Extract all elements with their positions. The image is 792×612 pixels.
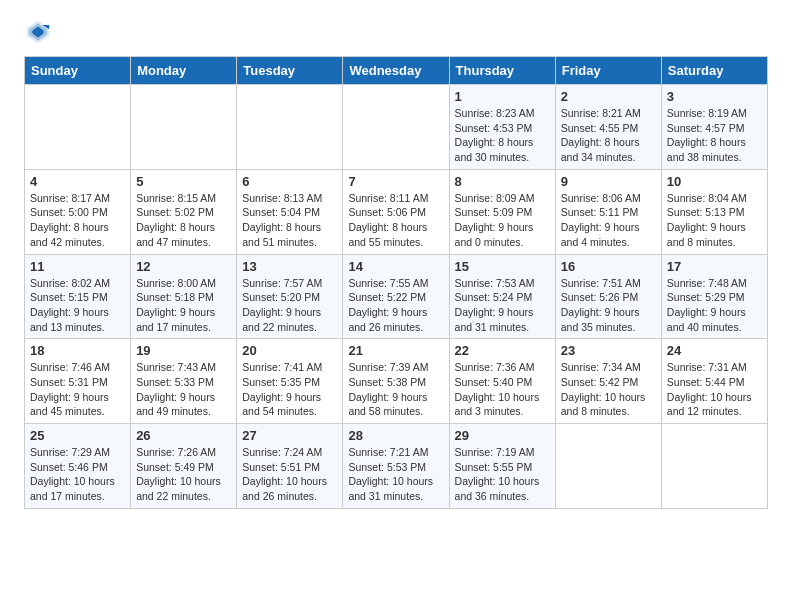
day-number: 13 bbox=[242, 259, 337, 274]
day-info: Sunrise: 7:48 AM Sunset: 5:29 PM Dayligh… bbox=[667, 276, 762, 335]
calendar-cell: 3Sunrise: 8:19 AM Sunset: 4:57 PM Daylig… bbox=[661, 85, 767, 170]
calendar-cell: 23Sunrise: 7:34 AM Sunset: 5:42 PM Dayli… bbox=[555, 339, 661, 424]
calendar-cell: 9Sunrise: 8:06 AM Sunset: 5:11 PM Daylig… bbox=[555, 169, 661, 254]
day-info: Sunrise: 7:43 AM Sunset: 5:33 PM Dayligh… bbox=[136, 360, 231, 419]
day-number: 10 bbox=[667, 174, 762, 189]
calendar-week-2: 4Sunrise: 8:17 AM Sunset: 5:00 PM Daylig… bbox=[25, 169, 768, 254]
day-info: Sunrise: 8:19 AM Sunset: 4:57 PM Dayligh… bbox=[667, 106, 762, 165]
day-number: 7 bbox=[348, 174, 443, 189]
day-info: Sunrise: 8:06 AM Sunset: 5:11 PM Dayligh… bbox=[561, 191, 656, 250]
calendar-cell bbox=[25, 85, 131, 170]
calendar-cell: 14Sunrise: 7:55 AM Sunset: 5:22 PM Dayli… bbox=[343, 254, 449, 339]
day-number: 23 bbox=[561, 343, 656, 358]
day-number: 25 bbox=[30, 428, 125, 443]
day-info: Sunrise: 7:53 AM Sunset: 5:24 PM Dayligh… bbox=[455, 276, 550, 335]
calendar-cell: 10Sunrise: 8:04 AM Sunset: 5:13 PM Dayli… bbox=[661, 169, 767, 254]
day-number: 17 bbox=[667, 259, 762, 274]
calendar-cell: 29Sunrise: 7:19 AM Sunset: 5:55 PM Dayli… bbox=[449, 424, 555, 509]
day-info: Sunrise: 7:34 AM Sunset: 5:42 PM Dayligh… bbox=[561, 360, 656, 419]
calendar-cell: 11Sunrise: 8:02 AM Sunset: 5:15 PM Dayli… bbox=[25, 254, 131, 339]
weekday-friday: Friday bbox=[555, 57, 661, 85]
day-number: 16 bbox=[561, 259, 656, 274]
calendar-cell: 28Sunrise: 7:21 AM Sunset: 5:53 PM Dayli… bbox=[343, 424, 449, 509]
day-number: 29 bbox=[455, 428, 550, 443]
calendar-cell: 20Sunrise: 7:41 AM Sunset: 5:35 PM Dayli… bbox=[237, 339, 343, 424]
calendar-cell: 26Sunrise: 7:26 AM Sunset: 5:49 PM Dayli… bbox=[131, 424, 237, 509]
calendar-week-5: 25Sunrise: 7:29 AM Sunset: 5:46 PM Dayli… bbox=[25, 424, 768, 509]
day-number: 28 bbox=[348, 428, 443, 443]
weekday-saturday: Saturday bbox=[661, 57, 767, 85]
day-number: 11 bbox=[30, 259, 125, 274]
day-number: 27 bbox=[242, 428, 337, 443]
day-info: Sunrise: 7:51 AM Sunset: 5:26 PM Dayligh… bbox=[561, 276, 656, 335]
calendar-cell: 16Sunrise: 7:51 AM Sunset: 5:26 PM Dayli… bbox=[555, 254, 661, 339]
calendar-cell: 17Sunrise: 7:48 AM Sunset: 5:29 PM Dayli… bbox=[661, 254, 767, 339]
day-number: 1 bbox=[455, 89, 550, 104]
day-number: 9 bbox=[561, 174, 656, 189]
calendar-cell: 22Sunrise: 7:36 AM Sunset: 5:40 PM Dayli… bbox=[449, 339, 555, 424]
day-number: 3 bbox=[667, 89, 762, 104]
calendar-cell: 12Sunrise: 8:00 AM Sunset: 5:18 PM Dayli… bbox=[131, 254, 237, 339]
day-info: Sunrise: 7:26 AM Sunset: 5:49 PM Dayligh… bbox=[136, 445, 231, 504]
day-number: 24 bbox=[667, 343, 762, 358]
day-number: 14 bbox=[348, 259, 443, 274]
calendar-cell: 25Sunrise: 7:29 AM Sunset: 5:46 PM Dayli… bbox=[25, 424, 131, 509]
day-info: Sunrise: 7:21 AM Sunset: 5:53 PM Dayligh… bbox=[348, 445, 443, 504]
logo-icon bbox=[24, 18, 52, 46]
day-info: Sunrise: 8:17 AM Sunset: 5:00 PM Dayligh… bbox=[30, 191, 125, 250]
day-info: Sunrise: 8:21 AM Sunset: 4:55 PM Dayligh… bbox=[561, 106, 656, 165]
calendar-cell: 6Sunrise: 8:13 AM Sunset: 5:04 PM Daylig… bbox=[237, 169, 343, 254]
day-info: Sunrise: 8:09 AM Sunset: 5:09 PM Dayligh… bbox=[455, 191, 550, 250]
calendar-week-1: 1Sunrise: 8:23 AM Sunset: 4:53 PM Daylig… bbox=[25, 85, 768, 170]
weekday-header-row: SundayMondayTuesdayWednesdayThursdayFrid… bbox=[25, 57, 768, 85]
calendar-week-4: 18Sunrise: 7:46 AM Sunset: 5:31 PM Dayli… bbox=[25, 339, 768, 424]
calendar-cell: 15Sunrise: 7:53 AM Sunset: 5:24 PM Dayli… bbox=[449, 254, 555, 339]
day-info: Sunrise: 7:39 AM Sunset: 5:38 PM Dayligh… bbox=[348, 360, 443, 419]
weekday-wednesday: Wednesday bbox=[343, 57, 449, 85]
day-number: 19 bbox=[136, 343, 231, 358]
weekday-monday: Monday bbox=[131, 57, 237, 85]
calendar-cell bbox=[343, 85, 449, 170]
day-number: 12 bbox=[136, 259, 231, 274]
calendar-cell: 19Sunrise: 7:43 AM Sunset: 5:33 PM Dayli… bbox=[131, 339, 237, 424]
weekday-thursday: Thursday bbox=[449, 57, 555, 85]
day-info: Sunrise: 8:23 AM Sunset: 4:53 PM Dayligh… bbox=[455, 106, 550, 165]
calendar-week-3: 11Sunrise: 8:02 AM Sunset: 5:15 PM Dayli… bbox=[25, 254, 768, 339]
day-number: 2 bbox=[561, 89, 656, 104]
day-info: Sunrise: 7:36 AM Sunset: 5:40 PM Dayligh… bbox=[455, 360, 550, 419]
day-info: Sunrise: 8:04 AM Sunset: 5:13 PM Dayligh… bbox=[667, 191, 762, 250]
day-info: Sunrise: 8:15 AM Sunset: 5:02 PM Dayligh… bbox=[136, 191, 231, 250]
day-info: Sunrise: 8:02 AM Sunset: 5:15 PM Dayligh… bbox=[30, 276, 125, 335]
day-info: Sunrise: 7:31 AM Sunset: 5:44 PM Dayligh… bbox=[667, 360, 762, 419]
day-info: Sunrise: 7:19 AM Sunset: 5:55 PM Dayligh… bbox=[455, 445, 550, 504]
day-info: Sunrise: 7:41 AM Sunset: 5:35 PM Dayligh… bbox=[242, 360, 337, 419]
day-number: 22 bbox=[455, 343, 550, 358]
day-number: 5 bbox=[136, 174, 231, 189]
calendar-cell: 7Sunrise: 8:11 AM Sunset: 5:06 PM Daylig… bbox=[343, 169, 449, 254]
calendar-cell: 4Sunrise: 8:17 AM Sunset: 5:00 PM Daylig… bbox=[25, 169, 131, 254]
calendar-cell: 5Sunrise: 8:15 AM Sunset: 5:02 PM Daylig… bbox=[131, 169, 237, 254]
logo bbox=[24, 18, 56, 46]
day-number: 8 bbox=[455, 174, 550, 189]
day-number: 6 bbox=[242, 174, 337, 189]
calendar-cell: 1Sunrise: 8:23 AM Sunset: 4:53 PM Daylig… bbox=[449, 85, 555, 170]
day-number: 26 bbox=[136, 428, 231, 443]
day-info: Sunrise: 8:13 AM Sunset: 5:04 PM Dayligh… bbox=[242, 191, 337, 250]
day-number: 20 bbox=[242, 343, 337, 358]
calendar-cell bbox=[661, 424, 767, 509]
calendar-cell bbox=[131, 85, 237, 170]
day-number: 15 bbox=[455, 259, 550, 274]
calendar-table: SundayMondayTuesdayWednesdayThursdayFrid… bbox=[24, 56, 768, 509]
calendar-cell bbox=[555, 424, 661, 509]
day-number: 21 bbox=[348, 343, 443, 358]
day-info: Sunrise: 8:11 AM Sunset: 5:06 PM Dayligh… bbox=[348, 191, 443, 250]
day-info: Sunrise: 7:29 AM Sunset: 5:46 PM Dayligh… bbox=[30, 445, 125, 504]
calendar-cell: 8Sunrise: 8:09 AM Sunset: 5:09 PM Daylig… bbox=[449, 169, 555, 254]
calendar-cell: 13Sunrise: 7:57 AM Sunset: 5:20 PM Dayli… bbox=[237, 254, 343, 339]
day-info: Sunrise: 7:46 AM Sunset: 5:31 PM Dayligh… bbox=[30, 360, 125, 419]
calendar-cell: 27Sunrise: 7:24 AM Sunset: 5:51 PM Dayli… bbox=[237, 424, 343, 509]
day-info: Sunrise: 7:24 AM Sunset: 5:51 PM Dayligh… bbox=[242, 445, 337, 504]
calendar-cell: 24Sunrise: 7:31 AM Sunset: 5:44 PM Dayli… bbox=[661, 339, 767, 424]
calendar-cell: 21Sunrise: 7:39 AM Sunset: 5:38 PM Dayli… bbox=[343, 339, 449, 424]
day-number: 4 bbox=[30, 174, 125, 189]
